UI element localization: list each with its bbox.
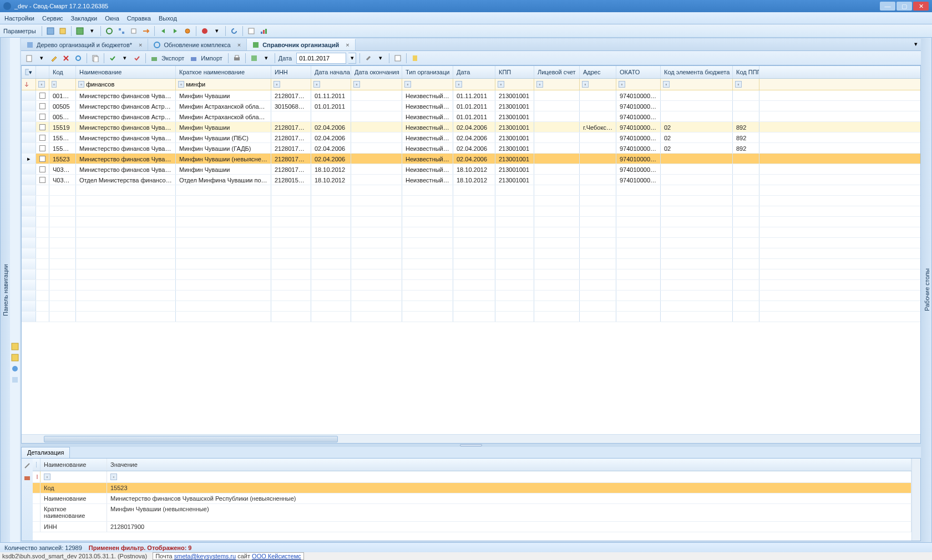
col-address[interactable]: Адрес xyxy=(580,66,616,78)
new-dropdown-icon[interactable]: ▾ xyxy=(37,53,47,63)
history-dropdown-icon[interactable]: ▾ xyxy=(261,53,271,63)
filter-btn-icon[interactable]: ▫ xyxy=(78,81,84,88)
col-budget[interactable]: Код элемента бюджета xyxy=(661,66,733,78)
mail-link[interactable]: smeta@keysystems.ru xyxy=(174,553,236,559)
detail-col-selector[interactable] xyxy=(33,459,40,471)
col-kpp[interactable]: КПП xyxy=(495,66,534,78)
list-icon[interactable] xyxy=(393,53,403,63)
back-icon[interactable] xyxy=(158,26,168,36)
forward-icon[interactable] xyxy=(170,26,180,36)
maximize-button[interactable]: ▢ xyxy=(896,2,912,11)
row-checkbox[interactable] xyxy=(36,122,49,132)
filter-btn-icon[interactable]: ▫ xyxy=(52,81,57,88)
row-checkbox[interactable] xyxy=(36,175,49,185)
table-row[interactable]: 155194Министерство финансов Чува…Минфин … xyxy=(22,143,920,154)
row-checkbox[interactable] xyxy=(36,101,49,111)
tab-close-icon[interactable]: × xyxy=(139,42,142,48)
export-icon[interactable] xyxy=(149,53,159,63)
table-row[interactable]: 15519Министерство финансов Чува…Минфин Ч… xyxy=(22,122,920,133)
row-checkbox[interactable] xyxy=(36,154,49,164)
col-shortname[interactable]: Краткое наименование xyxy=(176,66,271,78)
row-checkbox[interactable] xyxy=(36,133,49,142)
nav-panel-tab[interactable]: Панель навигации xyxy=(0,38,10,542)
filter-btn-icon[interactable]: ▫ xyxy=(404,81,411,88)
table-row[interactable]: ▸15523Министерство финансов Чува…Минфин … xyxy=(22,154,920,164)
dock-icon-4[interactable] xyxy=(11,376,19,384)
menu-help[interactable]: Справка xyxy=(127,15,151,22)
detail-row[interactable]: НаименованиеМинистерство финансов Чувашс… xyxy=(33,493,911,504)
stop-icon[interactable] xyxy=(200,26,210,36)
col-inn[interactable]: ИНН xyxy=(271,66,311,78)
col-checkbox[interactable] xyxy=(36,66,49,78)
filter-btn-icon[interactable]: ▫ xyxy=(619,81,625,88)
table-row[interactable]: Ч034…Министерство финансов Чува…Минфин Ч… xyxy=(22,164,920,175)
col-date[interactable]: Дата xyxy=(453,66,495,78)
menu-windows[interactable]: Окна xyxy=(105,15,119,22)
new-icon[interactable] xyxy=(24,53,34,63)
delete-icon[interactable] xyxy=(61,53,71,63)
info-icon[interactable] xyxy=(410,53,420,63)
filter-sname-input[interactable] xyxy=(186,81,269,88)
filter-btn-icon[interactable]: ▫ xyxy=(498,81,504,88)
excel-icon[interactable] xyxy=(75,26,85,36)
table-row[interactable]: 155193Министерство финансов Чува…Минфин … xyxy=(22,133,920,143)
filter-btn-icon[interactable]: ▫ xyxy=(38,81,45,88)
paste-icon[interactable] xyxy=(58,26,68,36)
filter-btn-icon[interactable]: ▫ xyxy=(110,474,117,480)
report-icon[interactable] xyxy=(246,26,256,36)
col-date-end[interactable]: Дата окончания xyxy=(351,66,402,78)
filter-btn-icon[interactable]: ▫ xyxy=(582,81,589,88)
dock-icon-1[interactable] xyxy=(11,343,19,350)
history-icon[interactable] xyxy=(249,53,259,63)
col-okato[interactable]: ОКАТО xyxy=(616,66,661,78)
filter-btn-icon[interactable]: ▫ xyxy=(455,81,462,88)
filter-btn-icon[interactable]: ▫ xyxy=(44,474,50,480)
filter-btn-icon[interactable]: ▫ xyxy=(735,81,742,88)
col-date-start[interactable]: Дата начала xyxy=(311,66,351,78)
copy2-icon[interactable] xyxy=(90,53,100,63)
tab-close-icon[interactable]: × xyxy=(237,42,241,48)
detail-row[interactable]: ИНН2128017900 xyxy=(33,522,911,532)
dock-icon-2[interactable] xyxy=(11,354,19,362)
date-input[interactable] xyxy=(296,53,346,64)
detail-tab[interactable]: Детализация xyxy=(21,447,70,458)
filter-pin-icon[interactable] xyxy=(22,79,36,90)
print-icon[interactable] xyxy=(232,53,242,63)
refresh2-icon[interactable] xyxy=(73,53,83,63)
table-row[interactable]: 0050…Министерство финансов Астра…Минфин … xyxy=(22,111,920,122)
dock-icon-3[interactable] xyxy=(11,365,19,373)
transfer-icon[interactable] xyxy=(141,26,151,36)
site-link[interactable]: ООО Кейсистемс xyxy=(252,553,301,559)
filter-name-input[interactable] xyxy=(86,81,173,88)
filter-btn-icon[interactable]: ▫ xyxy=(273,81,280,88)
table-row[interactable]: Ч034…Отдел Министерства финансов…Отдел М… xyxy=(22,175,920,185)
menu-exit[interactable]: Выход xyxy=(159,15,177,22)
menu-service[interactable]: Сервис xyxy=(42,15,63,22)
minimize-button[interactable]: — xyxy=(880,2,895,11)
table-row[interactable]: 0015…Министерство финансов Чува…Минфин Ч… xyxy=(22,90,920,101)
filter-code-input[interactable] xyxy=(58,81,73,88)
col-name[interactable]: Наименование xyxy=(76,66,176,78)
import-icon[interactable] xyxy=(189,53,199,63)
row-checkbox[interactable] xyxy=(36,111,49,121)
import-label[interactable]: Импорт xyxy=(201,55,222,62)
menu-bookmarks[interactable]: Закладки xyxy=(71,15,98,22)
gear-icon[interactable] xyxy=(183,26,193,36)
undo-icon[interactable] xyxy=(229,26,239,36)
filter-btn-icon[interactable]: ▫ xyxy=(353,81,360,88)
table-row[interactable]: 00505Министерство финансов Астра…Минфин … xyxy=(22,101,920,111)
detail-col-value[interactable]: Значение xyxy=(107,459,911,471)
detail-tool-icon[interactable] xyxy=(22,461,32,471)
detail-filter-pin-icon[interactable] xyxy=(33,471,40,482)
row-checkbox[interactable] xyxy=(36,90,49,100)
date-dropdown-icon[interactable]: ▾ xyxy=(348,53,356,64)
doc-icon[interactable]: ▾ xyxy=(87,26,97,36)
grid-body[interactable]: 0015…Министерство финансов Чува…Минфин Ч… xyxy=(22,90,920,434)
col-ppp[interactable]: Код ППП xyxy=(733,66,759,78)
desktops-panel-tab[interactable]: Рабочие столы xyxy=(922,38,932,542)
row-checkbox[interactable] xyxy=(36,164,49,174)
refresh-icon[interactable] xyxy=(104,26,114,36)
check-dropdown-icon[interactable]: ▾ xyxy=(120,53,130,63)
tab-directory[interactable]: Справочник организаций× xyxy=(247,39,356,50)
menu-settings[interactable]: Настройки xyxy=(4,15,34,22)
